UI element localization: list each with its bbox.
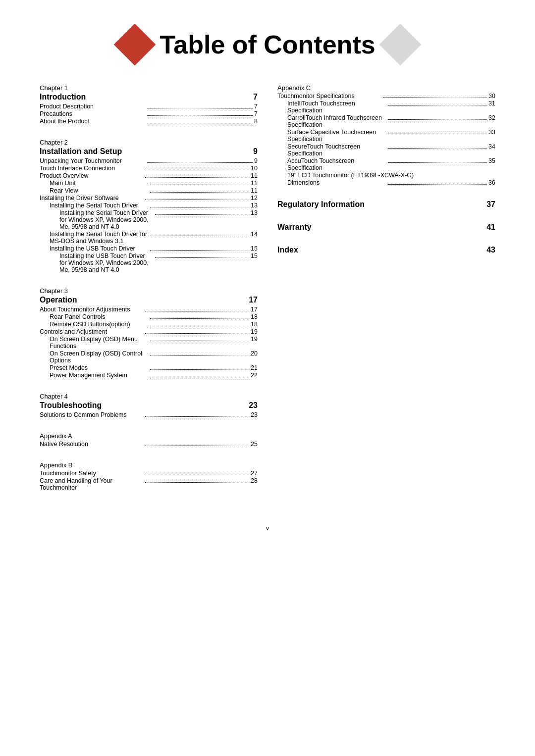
toc-entry-text: Installing the USB Touch Driver [50,245,149,252]
chapter-label: Chapter 3 [40,287,258,295]
appendix-title-row: Warranty 41 [277,223,495,232]
toc-entry: Surface Capacitive Touchscreen Specifica… [277,129,495,143]
toc-dots [155,257,249,258]
toc-entry-page: 22 [251,372,258,379]
toc-entry-text: About the Product [40,118,146,125]
toc-entry-text: CarrollTouch Infrared Touchscreen Specif… [287,114,386,128]
toc-dots [145,311,249,311]
appendix-title: Regulatory Information [277,200,365,209]
toc-entry: Touchmonitor Safety 27 [40,470,258,477]
toc-entry-text: Installing the USB Touch Driver for Wind… [59,252,154,273]
chapter-title: Installation and Setup [40,147,122,156]
toc-dots [150,250,249,251]
toc-entry-page: 19 [251,328,258,335]
toc-dots [145,333,249,334]
toc-entry-page: 17 [251,306,258,313]
toc-entry-page: 25 [251,441,258,448]
toc-entry-page: 27 [251,470,258,477]
chapter-title: Operation [40,296,77,304]
appendix-page: 37 [486,200,495,209]
header: Table of Contents [40,30,495,59]
toc-dots [147,108,253,108]
toc-dots [388,134,487,134]
toc-entry-page: 35 [488,157,495,164]
toc-dots [145,177,249,178]
right-column: Appendix C Touchmonitor Specifications 3… [277,84,495,505]
toc-entry: Preset Modes 21 [40,364,258,371]
chapter-title: Troubleshooting [40,401,102,410]
toc-content: Chapter 1 Introduction 7 Product Descrip… [40,84,495,505]
toc-dots [388,119,487,120]
toc-dots [150,341,249,341]
chapter-section: Appendix B Touchmonitor Safety 27 Care a… [40,461,258,491]
toc-entry-page: 11 [251,172,258,179]
chapter-page: 7 [253,93,258,101]
toc-entry-text: Installing the Serial Touch Driver [50,202,149,209]
toc-entry-page: 15 [251,252,258,259]
toc-entry: Installing the Driver Software 12 [40,195,258,202]
toc-entry-page: 23 [251,411,258,418]
left-column: Chapter 1 Introduction 7 Product Descrip… [40,84,258,505]
toc-entry-text: About Touchmonitor Adjustments [40,306,144,313]
chapter-label: Chapter 4 [40,393,258,400]
toc-entry: SecureTouch Touchscreen Specification 34 [277,143,495,157]
toc-entry: Solutions to Common Problems 23 [40,411,258,418]
toc-entry-text: Controls and Adjustment [40,328,144,335]
toc-entry-text: 19" LCD Touchmonitor (ET1939L-XCWA-X-G) [287,172,495,179]
appendix-section: Index 43 [277,246,495,254]
toc-entry-text: Main Unit [50,180,149,187]
chapter-label: Appendix A [40,432,258,440]
appendix-title: Index [277,246,298,254]
appendix-section: Appendix C Touchmonitor Specifications 3… [277,84,495,186]
toc-entry-text: Preset Modes [50,364,149,371]
toc-entry: About the Product 8 [40,118,258,125]
toc-dots [145,446,249,446]
toc-entry: Unpacking Your Touchmonitor 9 [40,157,258,164]
chapter-label: Chapter 1 [40,84,258,92]
toc-entry-text: Installing the Serial Touch Driver for M… [50,231,149,245]
toc-entry-text: AccuTouch Touchscreen Specification [287,157,386,171]
toc-entry: AccuTouch Touchscreen Specification 35 [277,157,495,171]
toc-entry: IntelliTouch Touchscreen Specification 3… [277,100,495,114]
appendix-label: Appendix C [277,84,495,92]
toc-entry: Care and Handling of Your Touchmonitor 2… [40,477,258,491]
toc-entry: Rear View 11 [40,187,258,194]
toc-dots [150,369,249,370]
toc-dots [388,148,487,149]
toc-entry-text: Precautions [40,110,146,117]
chapter-section: Appendix A Native Resolution 25 [40,432,258,448]
toc-entry: Product Description 7 [40,103,258,110]
toc-entry-page: 12 [251,195,258,202]
chapter-title-row: Installation and Setup 9 [40,147,258,156]
toc-entry: Native Resolution 25 [40,441,258,448]
toc-entry: Installing the USB Touch Driver 15 [40,245,258,252]
toc-entry-page: 13 [251,202,258,209]
toc-entry-text: Power Management System [50,372,149,379]
appendix-section: Regulatory Information 37 [277,200,495,209]
toc-dots [147,115,253,116]
toc-dots [388,184,487,185]
toc-entry: On Screen Display (OSD) Control Options … [40,350,258,364]
toc-entry-page: 20 [251,350,258,357]
toc-entry: Controls and Adjustment 19 [40,328,258,335]
toc-entry: Dimensions 36 [277,179,495,186]
toc-entry: Rear Panel Controls 18 [40,313,258,320]
toc-entry-text: Dimensions [287,179,386,186]
page: Table of Contents Chapter 1 Introduction… [0,0,535,756]
appendix-title: Warranty [277,223,312,232]
toc-dots [150,185,249,185]
toc-entry-text: Surface Capacitive Touchscreen Specifica… [287,129,386,143]
toc-entry-text: Product Description [40,103,146,110]
toc-entry: Precautions 7 [40,110,258,117]
chapter-section: Chapter 2 Installation and Setup 9 Unpac… [40,139,258,273]
toc-entry-page: 34 [488,143,495,150]
toc-dots [150,236,249,236]
toc-entry-text: Unpacking Your Touchmonitor [40,157,146,164]
toc-dots [388,105,487,105]
appendix-section: Warranty 41 [277,223,495,232]
toc-dots [150,377,249,377]
toc-entry-page: 28 [251,477,258,484]
toc-entry-text: Rear Panel Controls [50,313,149,320]
toc-dots [145,416,249,417]
toc-entry-text: Care and Handling of Your Touchmonitor [40,477,144,491]
